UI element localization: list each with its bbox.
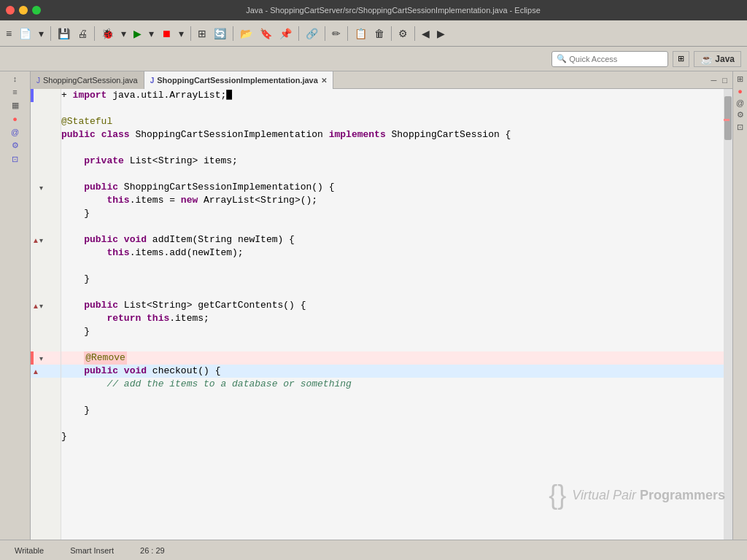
separator-8 — [391, 26, 392, 41]
toolbar-btn-1[interactable]: ≡ — [3, 26, 15, 41]
toolbar-btn-6[interactable]: 🔄 — [211, 26, 229, 41]
java-perspective-button[interactable]: ☕ Java — [694, 51, 741, 67]
tab-minimize-btn[interactable]: ─ — [709, 75, 719, 85]
maximize-button[interactable] — [32, 6, 41, 15]
gutter-line-3 — [31, 115, 61, 128]
status-cursor: 26 : 29 — [134, 546, 171, 555]
minimize-button[interactable] — [19, 6, 28, 15]
code-line-1: + import java.util.ArrayList;█ — [61, 89, 724, 102]
code-line-25: } — [61, 404, 724, 417]
vertical-scrollbar[interactable] — [724, 89, 732, 540]
toolbar-btn-11[interactable]: ✏ — [329, 26, 344, 41]
java-btn-label: Java — [715, 54, 735, 64]
toolbar-btn-arrow[interactable]: ▾ — [36, 26, 47, 41]
quickaccess-search[interactable]: 🔍 — [551, 51, 668, 67]
code-line-9: this.items = new ArrayList<String>(); — [61, 194, 724, 207]
toolbar-btn-9[interactable]: 📌 — [276, 26, 295, 41]
code-line-11 — [61, 220, 724, 233]
code-content[interactable]: + import java.util.ArrayList;█ @Stateful… — [61, 89, 724, 540]
gutter-line-7 — [31, 168, 61, 181]
gutter-line-25 — [31, 404, 61, 417]
left-margin: ↕ ≡ ▦ ● @ ⚙ ⊡ — [0, 71, 31, 540]
code-line-5 — [61, 141, 724, 155]
quickaccess-bar: 🔍 ⊞ ☕ Java — [0, 47, 747, 71]
toolbar-btn-new[interactable]: 📄 — [16, 26, 34, 41]
gutter-line-1 — [31, 89, 61, 102]
gutter-line-11 — [31, 220, 61, 233]
fold-icon-checkout-up[interactable]: ▲ — [32, 368, 39, 376]
gutter-line-21[interactable]: ▾ — [31, 351, 61, 365]
right-icon-2[interactable]: ● — [738, 87, 743, 96]
quickaccess-input[interactable] — [569, 55, 663, 63]
watermark-text: Virtual Pair Programmers — [572, 488, 725, 503]
right-icon-4[interactable]: ⚙ — [737, 110, 744, 120]
left-margin-icon-4[interactable]: ● — [12, 114, 18, 123]
gutter-line-20 — [31, 338, 61, 351]
tab-close-button[interactable]: ✕ — [321, 77, 327, 85]
toolbar-btn-12[interactable]: 📋 — [352, 26, 370, 41]
toolbar-btn-arrow4[interactable]: ▾ — [176, 26, 187, 41]
left-margin-icon-1[interactable]: ↕ — [13, 74, 18, 83]
code-line-18: return this.items; — [61, 312, 724, 325]
scrollbar-thumb[interactable] — [724, 96, 732, 140]
right-icon-1[interactable]: ⊞ — [737, 74, 743, 84]
ruler-mark-1 — [724, 119, 729, 121]
gutter-line-17[interactable]: ▲ ▾ — [31, 299, 61, 312]
code-line-27: } — [61, 430, 724, 443]
gutter-line-22[interactable]: ▲ — [31, 365, 61, 378]
toolbar-btn-arrow3[interactable]: ▾ — [146, 26, 157, 41]
gutter-line-12[interactable]: ▲ ▾ — [31, 233, 61, 246]
gutter-line-9 — [31, 194, 61, 207]
separator-2 — [94, 26, 95, 41]
toolbar-btn-7[interactable]: 📂 — [237, 26, 255, 41]
toolbar-btn-5[interactable]: ⊞ — [195, 26, 209, 41]
toolbar-btn-save[interactable]: 💾 — [55, 26, 73, 41]
right-icon-5[interactable]: ⊡ — [737, 122, 743, 132]
gutter-line-15 — [31, 273, 61, 286]
close-button[interactable] — [6, 6, 15, 15]
toolbar-btn-14[interactable]: ⚙ — [395, 26, 411, 41]
fold-icon-constructor[interactable]: ▾ — [39, 184, 43, 192]
toolbar-btn-stop[interactable]: ⏹ — [158, 26, 174, 41]
code-line-7 — [61, 168, 724, 181]
left-margin-icon-6[interactable]: ⚙ — [12, 141, 19, 150]
toolbar-btn-run[interactable]: ▶ — [131, 26, 144, 41]
code-line-4: public class ShoppingCartSessionImplemen… — [61, 128, 724, 141]
toolbar-btn-back[interactable]: ◀ — [419, 26, 433, 41]
editor-gutter: ▾ ▲ ▾ — [31, 89, 61, 540]
code-line-3: @Stateful — [61, 115, 724, 128]
status-bar: Writable Smart Insert 26 : 29 — [0, 540, 747, 560]
gutter-line-10 — [31, 207, 61, 220]
gutter-line-5 — [31, 141, 61, 155]
gutter-line-23 — [31, 378, 61, 391]
code-line-16 — [61, 286, 724, 299]
toolbar-btn-debug[interactable]: 🐞 — [98, 26, 117, 41]
perspective-button[interactable]: ⊞ — [673, 51, 689, 67]
fold-icon-remove-down[interactable]: ▾ — [39, 354, 43, 362]
toolbar-btn-13[interactable]: 🗑 — [371, 26, 387, 41]
toolbar-btn-forward[interactable]: ▶ — [434, 26, 448, 41]
tab-shoppingcartsessionimpl[interactable]: J ShoppingCartSessionImplementation.java… — [144, 71, 333, 89]
toolbar-btn-8[interactable]: 🔖 — [257, 26, 275, 41]
code-editor[interactable]: ▾ ▲ ▾ — [31, 89, 732, 540]
gutter-line-24 — [31, 391, 61, 404]
gutter-line-13 — [31, 246, 61, 260]
fold-icon-additem-up[interactable]: ▲ — [32, 236, 39, 244]
left-margin-icon-5[interactable]: @ — [11, 128, 19, 136]
quickaccess-search-icon: 🔍 — [557, 54, 567, 63]
fold-icon-getcart-down[interactable]: ▾ — [39, 302, 43, 310]
toolbar-btn-10[interactable]: 🔗 — [303, 26, 321, 41]
gutter-line-8[interactable]: ▾ — [31, 181, 61, 194]
toolbar-btn-arrow2[interactable]: ▾ — [118, 26, 129, 41]
left-margin-icon-7[interactable]: ⊡ — [12, 155, 18, 164]
left-margin-icon-3[interactable]: ▦ — [12, 101, 19, 110]
left-margin-icon-2[interactable]: ≡ — [12, 88, 17, 96]
tab-maximize-btn[interactable]: □ — [720, 75, 729, 85]
right-icon-3[interactable]: @ — [736, 98, 744, 107]
title-bar: Java - ShoppingCartServer/src/ShoppingCa… — [0, 0, 747, 20]
fold-icon-additem-down[interactable]: ▾ — [39, 236, 43, 244]
tab-actions: ─ □ — [706, 71, 732, 88]
fold-icon-getcart-up[interactable]: ▲ — [32, 302, 39, 310]
tab-shoppingcartsession[interactable]: J ShoppingCartSession.java — [31, 71, 144, 89]
toolbar-btn-print[interactable]: 🖨 — [74, 26, 90, 41]
